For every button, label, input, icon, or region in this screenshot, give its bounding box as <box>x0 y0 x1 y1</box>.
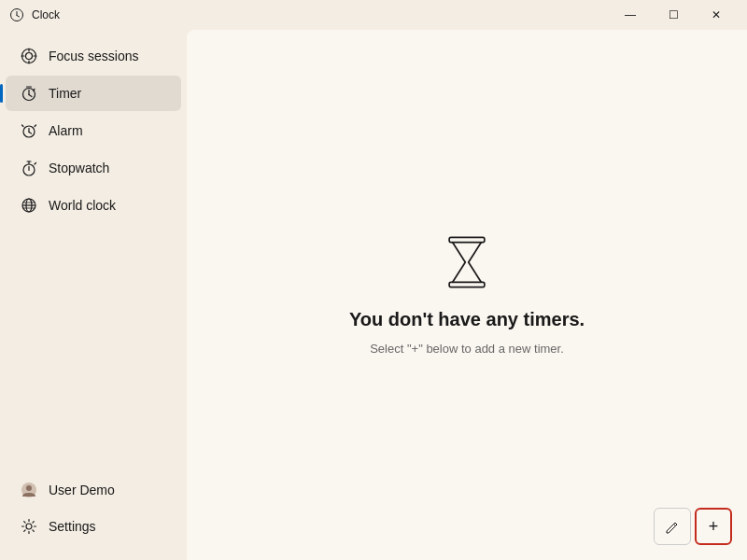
settings-icon <box>21 518 37 535</box>
title-bar-controls: — ☐ ✕ <box>609 0 738 30</box>
svg-line-16 <box>29 133 32 134</box>
add-timer-button[interactable]: + <box>695 508 732 545</box>
edit-icon <box>664 518 681 535</box>
svg-point-4 <box>26 53 33 60</box>
svg-line-32 <box>674 525 676 526</box>
sidebar-item-user[interactable]: User Demo <box>6 472 181 508</box>
stopwatch-label: Stopwatch <box>49 161 109 175</box>
title-bar: Clock — ☐ ✕ <box>0 0 747 30</box>
sidebar-item-world-clock[interactable]: World clock <box>6 188 181 223</box>
world-icon <box>21 197 37 214</box>
app-body: Focus sessions Timer <box>0 30 747 560</box>
close-button[interactable]: ✕ <box>695 0 738 30</box>
sidebar-item-timer[interactable]: Timer <box>6 76 181 111</box>
hourglass-icon <box>439 234 495 290</box>
svg-rect-30 <box>449 237 485 242</box>
focus-sessions-label: Focus sessions <box>49 49 138 63</box>
main-content: You don't have any timers. Select "+" be… <box>187 30 747 560</box>
svg-point-28 <box>26 485 32 491</box>
user-avatar <box>21 482 37 498</box>
svg-rect-31 <box>449 282 485 287</box>
sidebar-item-settings[interactable]: Settings <box>6 509 181 544</box>
title-bar-left: Clock <box>9 7 60 22</box>
sidebar-item-focus-sessions[interactable]: Focus sessions <box>6 38 181 74</box>
title-bar-title: Clock <box>32 8 60 21</box>
edit-button[interactable] <box>654 508 691 545</box>
svg-line-20 <box>35 163 36 165</box>
maximize-button[interactable]: ☐ <box>652 0 695 30</box>
alarm-label: Alarm <box>49 123 83 138</box>
sidebar: Focus sessions Timer <box>0 30 187 560</box>
timer-icon <box>21 85 37 102</box>
action-bar: + <box>654 508 732 545</box>
sidebar-item-stopwatch[interactable]: Stopwatch <box>6 150 181 186</box>
svg-line-2 <box>17 16 20 18</box>
alarm-icon <box>21 122 37 139</box>
world-clock-label: World clock <box>49 198 116 213</box>
settings-label: Settings <box>49 519 96 534</box>
sidebar-bottom: User Demo Settings <box>0 464 187 553</box>
focus-icon <box>21 48 37 64</box>
sidebar-item-alarm[interactable]: Alarm <box>6 113 181 148</box>
svg-point-29 <box>26 524 32 529</box>
svg-line-11 <box>29 95 32 97</box>
timer-label: Timer <box>49 86 81 101</box>
stopwatch-icon <box>21 160 37 176</box>
empty-state: You don't have any timers. Select "+" be… <box>349 234 585 356</box>
clock-icon <box>9 7 24 22</box>
user-name-label: User Demo <box>49 483 115 497</box>
minimize-button[interactable]: — <box>609 0 652 30</box>
empty-subtitle: Select "+" below to add a new timer. <box>370 342 564 356</box>
empty-title: You don't have any timers. <box>349 309 585 330</box>
